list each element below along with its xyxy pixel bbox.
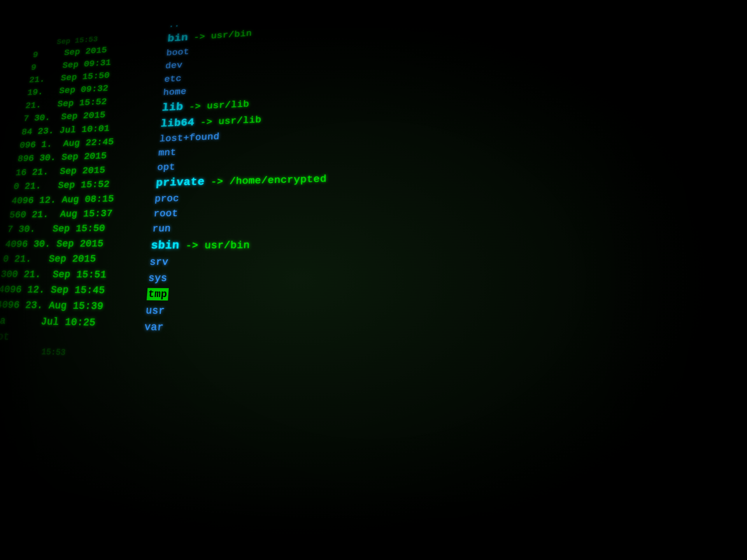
left-line-15: 560 21. Aug 15:37 [9, 205, 165, 222]
right-column: .. bin -> usr/bin boot dev etc home lib … [144, 0, 545, 345]
terminal-screen: Sep 15:53 9 Sep 2015 9 Sep 09:31 21. Sep… [0, 0, 747, 560]
dir-sbin: sbin -> usr/bin [150, 234, 536, 255]
terminal-content: Sep 15:53 9 Sep 2015 9 Sep 09:31 21. Sep… [0, 0, 580, 560]
left-line-21: 4096 23. Aug 15:39 [0, 297, 158, 315]
left-line-19: 300 21. Sep 15:51 [0, 267, 160, 283]
left-line-17: 4096 30. Sep 2015 [4, 236, 163, 252]
blur-right [591, 0, 747, 560]
left-line-20: 4096 12. Sep 15:45 [0, 282, 159, 299]
dir-srv: srv [149, 254, 538, 271]
left-line-16: 7 30. Sep 15:50 [6, 220, 163, 237]
left-line-18: 0 21. Sep 2015 [2, 251, 161, 267]
